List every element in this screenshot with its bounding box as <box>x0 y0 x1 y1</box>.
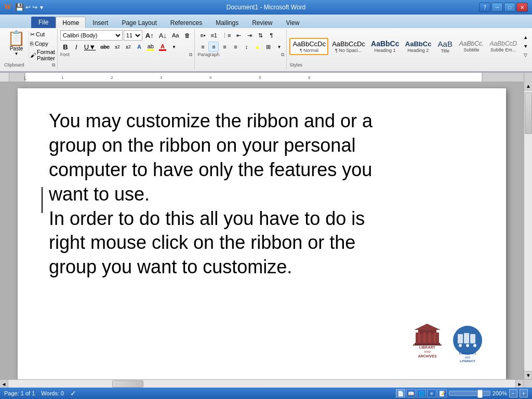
highlight-button[interactable]: ab <box>145 42 156 52</box>
show-formatting-button[interactable]: ¶ <box>266 30 276 41</box>
tab-insert[interactable]: Insert <box>86 17 115 28</box>
tab-page-layout-label: Page Layout <box>122 19 156 26</box>
align-center-button[interactable]: ≡ <box>208 42 219 52</box>
help-button[interactable]: ? <box>479 3 490 12</box>
para-more-button[interactable]: ▼ <box>274 42 284 52</box>
hscroll-track <box>8 380 515 388</box>
undo-qa-icon[interactable]: ↩ <box>25 4 31 11</box>
font-more-button[interactable]: ▼ <box>169 42 179 52</box>
vscroll-down-button[interactable]: ▼ <box>524 371 532 379</box>
words-info: Words: 0 <box>41 390 64 396</box>
scissors-icon: ✂ <box>30 31 35 38</box>
text-effects-button[interactable]: A <box>134 42 144 52</box>
copy-button[interactable]: ⎘ Copy <box>30 41 55 47</box>
zoom-in-button[interactable]: + <box>520 389 528 397</box>
bold-button[interactable]: B <box>60 42 71 52</box>
increase-font-button[interactable]: A↑ <box>143 30 156 41</box>
clipboard-expand-icon[interactable]: ⧉ <box>52 62 55 68</box>
strikethrough-button[interactable]: abc <box>98 42 112 52</box>
tab-review[interactable]: Review <box>245 17 279 28</box>
maximize-button[interactable]: □ <box>504 3 515 12</box>
zoom-out-button[interactable]: − <box>509 389 517 397</box>
svg-rect-18 <box>415 343 440 344</box>
style-subtle-em-button[interactable]: AaBbCcD Subtle Em... <box>487 38 520 54</box>
styles-scroll-up-button[interactable]: ▲ <box>521 33 531 42</box>
clipboard-sub-buttons: ✂ Cut ⎘ Copy 🖌 Format Painter <box>30 30 55 62</box>
font-row1: Calibri (Body) 11 A↑ A↓ Aa 🗑 <box>60 30 193 41</box>
title-bar-left: W 💾 ↩ ↪ ▼ <box>4 3 44 11</box>
line-spacing-button[interactable]: ↕ <box>241 42 251 52</box>
decrease-font-button[interactable]: A↓ <box>157 30 169 41</box>
style-heading1-button[interactable]: AaBbCc Heading 1 <box>368 38 402 55</box>
cut-button[interactable]: ✂ Cut <box>30 31 55 38</box>
style-heading2-button[interactable]: AaBbCc Heading 2 <box>403 38 434 55</box>
paste-button[interactable]: 📋 Paste ▼ <box>4 30 29 62</box>
zoom-control: 200% − + <box>449 389 528 397</box>
format-painter-button[interactable]: 🖌 Format Painter <box>30 49 55 61</box>
tab-page-layout[interactable]: Page Layout <box>115 17 163 28</box>
tab-view[interactable]: View <box>280 17 307 28</box>
style-subtitle-button[interactable]: AaBbCc. Subtitle <box>457 38 486 54</box>
decrease-indent-button[interactable]: ⇤ <box>233 30 244 41</box>
justify-button[interactable]: ≡ <box>230 42 241 52</box>
vertical-scrollbar[interactable]: ▲ ▼ <box>524 82 532 379</box>
align-right-button[interactable]: ≡ <box>219 42 230 52</box>
multilevel-list-button[interactable]: ⋮≡ <box>220 30 233 41</box>
outline-view-button[interactable]: ≡ <box>427 389 436 397</box>
document-page[interactable]: You may customize the ribbon and or a gr… <box>18 88 506 379</box>
document-content[interactable]: You may customize the ribbon and or a gr… <box>49 109 480 280</box>
close-button[interactable]: ✕ <box>516 3 528 12</box>
style-no-spacing-button[interactable]: AaBbCcDc ¶ No Spaci... <box>329 38 367 55</box>
numbering-button[interactable]: ≡1 <box>208 30 219 41</box>
shading-button[interactable]: ▲ <box>252 42 262 52</box>
full-screen-reading-button[interactable]: 📖 <box>406 389 416 397</box>
tab-home[interactable]: Home <box>56 17 86 28</box>
ribbon: File Home Insert Page Layout References … <box>0 15 532 73</box>
web-layout-button[interactable]: 🌐 <box>417 389 426 397</box>
styles-scroll-down-button[interactable]: ▼ <box>521 42 531 50</box>
font-family-select[interactable]: Calibri (Body) <box>60 30 123 41</box>
clear-formatting-button[interactable]: 🗑 <box>182 30 192 41</box>
paragraph-expand-icon[interactable]: ⧉ <box>281 52 284 58</box>
superscript-button[interactable]: x2 <box>123 42 134 52</box>
horizontal-scrollbar[interactable]: ◄ ► <box>0 379 532 388</box>
subscript-button[interactable]: x2 <box>112 42 123 52</box>
underline-button[interactable]: U ▼ <box>82 42 98 52</box>
increase-indent-button[interactable]: ⇥ <box>244 30 255 41</box>
doc-line5: In order to do this all you have to do i… <box>49 208 365 229</box>
sort-button[interactable]: ⇅ <box>255 30 265 41</box>
vscroll-up-button[interactable]: ▲ <box>524 82 532 90</box>
vscroll-thumb[interactable] <box>525 92 532 134</box>
italic-button[interactable]: I <box>71 42 82 52</box>
font-color-button[interactable]: A <box>157 42 168 52</box>
redo-qa-icon[interactable]: ↪ <box>32 4 37 11</box>
tab-file[interactable]: File <box>31 17 56 28</box>
align-left-button[interactable]: ≡ <box>197 42 208 52</box>
proofing-icon[interactable]: ✓ <box>70 389 76 397</box>
font-size-select[interactable]: 11 <box>124 30 142 41</box>
bullets-button[interactable]: ≡• <box>197 30 208 41</box>
tab-references[interactable]: References <box>164 17 209 28</box>
doc-line1: You may customize the ribbon and or a <box>49 110 373 131</box>
save-qa-icon[interactable]: 💾 <box>15 3 24 11</box>
zoom-slider-thumb[interactable] <box>477 390 483 398</box>
tab-review-label: Review <box>252 19 272 26</box>
ruler-area: 1 2 3 4 5 6 L <box>0 73 532 82</box>
font-expand-icon[interactable]: ⧉ <box>189 52 192 58</box>
style-title-button[interactable]: AaB Title <box>435 38 456 55</box>
borders-button[interactable]: ⊞ <box>263 42 273 52</box>
zoom-slider-track[interactable] <box>449 391 490 396</box>
hscroll-thumb[interactable] <box>112 380 143 388</box>
doc-scroll-area[interactable]: You may customize the ribbon and or a gr… <box>0 82 524 379</box>
hscroll-right-button[interactable]: ► <box>515 380 524 388</box>
minimize-button[interactable]: ─ <box>491 3 503 12</box>
hscroll-left-button[interactable]: ◄ <box>0 380 8 388</box>
style-normal-button[interactable]: AaBbCcDc ¶ Normal <box>289 38 328 55</box>
print-layout-button[interactable]: 📄 <box>396 389 405 397</box>
status-left: Page: 1 of 1 Words: 0 ✓ <box>4 389 76 397</box>
draft-view-button[interactable]: 📝 <box>437 389 447 397</box>
styles-more-button[interactable]: ▽ <box>521 51 531 59</box>
change-case-button[interactable]: Aa <box>170 30 181 41</box>
tab-mailings[interactable]: Mailings <box>209 17 245 28</box>
customize-qa-icon[interactable]: ▼ <box>39 5 44 10</box>
